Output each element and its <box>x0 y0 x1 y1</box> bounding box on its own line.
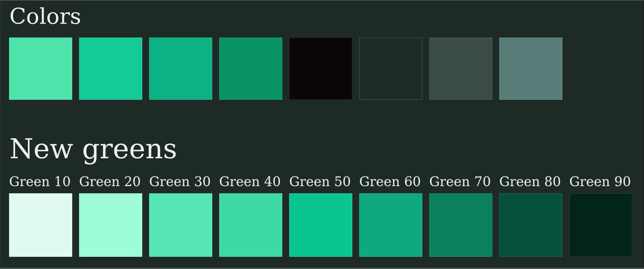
color-swatch <box>429 38 492 100</box>
color-swatch <box>569 193 632 257</box>
color-swatch <box>79 38 142 100</box>
swatch-label: Green 20 <box>79 174 142 190</box>
new-greens-swatch-row: Green 10Green 20Green 30Green 40Green 50… <box>9 174 632 257</box>
color-swatch <box>219 38 282 100</box>
color-swatch <box>499 38 562 100</box>
swatch-label: Green 70 <box>429 174 492 190</box>
green-swatch-cell: Green 40 <box>219 174 282 257</box>
green-swatch-cell: Green 50 <box>289 174 352 257</box>
color-swatch <box>359 193 422 257</box>
swatch-label: Green 90 <box>569 174 632 190</box>
window-edge-bottom <box>0 268 644 269</box>
new-greens-section-title: New greens <box>9 134 177 164</box>
green-swatch-cell: Green 10 <box>9 174 72 257</box>
color-swatch <box>219 193 282 257</box>
swatch-label: Green 40 <box>219 174 282 190</box>
swatch-label: Green 80 <box>499 174 562 190</box>
swatch-label: Green 30 <box>149 174 212 190</box>
swatch-label: Green 10 <box>9 174 72 190</box>
colors-section-title: Colors <box>9 4 81 28</box>
color-swatch <box>429 193 492 257</box>
color-swatch <box>149 38 212 100</box>
swatch-label: Green 50 <box>289 174 352 190</box>
color-swatch <box>9 38 72 100</box>
green-swatch-cell: Green 20 <box>79 174 142 257</box>
color-swatch <box>499 193 562 257</box>
color-swatch <box>289 38 352 100</box>
color-swatch <box>149 193 212 257</box>
green-swatch-cell: Green 70 <box>429 174 492 257</box>
green-swatch-cell: Green 60 <box>359 174 422 257</box>
window-edge-left <box>0 0 1 269</box>
green-swatch-cell: Green 90 <box>569 174 632 257</box>
color-swatch <box>289 193 352 257</box>
color-swatch <box>359 38 422 100</box>
green-swatch-cell: Green 80 <box>499 174 562 257</box>
window-edge-top <box>0 0 644 1</box>
green-swatch-cell: Green 30 <box>149 174 212 257</box>
color-swatch <box>79 193 142 257</box>
color-swatch <box>9 193 72 257</box>
color-palette-page: Colors New greens Green 10Green 20Green … <box>0 0 644 269</box>
colors-swatch-row <box>9 38 562 100</box>
swatch-label: Green 60 <box>359 174 422 190</box>
